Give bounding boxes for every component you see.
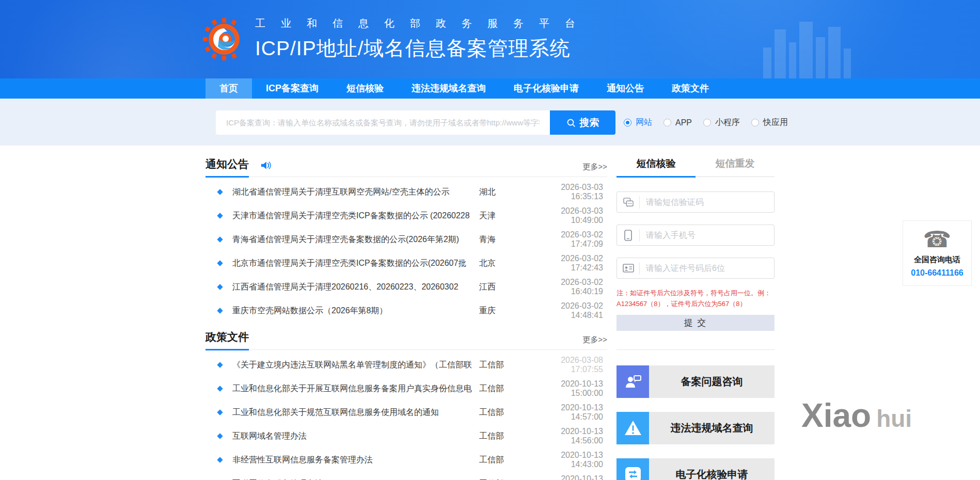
nav-item[interactable]: ICP备案查询 xyxy=(252,78,333,99)
policy-date: 2020-10-13 14:43:00 xyxy=(531,451,607,469)
notice-title-link[interactable]: 北京市通信管理局关于清理空壳类ICP备案数据的公示(202607批 xyxy=(232,258,479,269)
nav-item[interactable]: 通知公告 xyxy=(593,78,658,99)
quick-link-label: 违法违规域名查询 xyxy=(649,412,774,444)
radio-icon xyxy=(703,119,711,126)
notice-region: 青海 xyxy=(479,234,531,245)
skyline-decoration xyxy=(763,17,877,78)
notice-title-link[interactable]: 湖北省通信管理局关于清理互联网空壳网站/空壳主体的公示 xyxy=(232,187,479,198)
notice-title-link[interactable]: 重庆市空壳网站数据公示（2026年第8期） xyxy=(232,306,479,316)
quick-link-label: 电子化核验申请 xyxy=(649,458,774,480)
policy-title-link[interactable]: 工业和信息化部关于开展互联网信息服务备案用户真实身份信息电 xyxy=(232,383,479,394)
search-button[interactable]: 搜索 xyxy=(550,110,615,135)
id-last6-input[interactable] xyxy=(640,258,774,278)
tab-sms-verify[interactable]: 短信核验 xyxy=(617,157,696,178)
quick-link-illegal-domain[interactable]: 违法违规域名查询 xyxy=(617,412,774,444)
policy-date: 2020-10-13 15:00:00 xyxy=(531,379,607,398)
main-content: 通知公告 更多>> 湖北省通信管理局关于清理互联网空壳网站/空壳主体的公示 湖北 xyxy=(0,146,980,480)
search-type-radio[interactable]: 快应用 xyxy=(751,117,788,128)
watermark: Xiaohui xyxy=(801,396,912,435)
mobile-icon xyxy=(617,229,640,242)
nav-item[interactable]: 首页 xyxy=(206,78,252,99)
notice-date: 2026-03-02 14:48:41 xyxy=(531,301,607,320)
policy-title-link[interactable]: 《关于建立境内违法互联网站黑名单管理制度的通知》（工信部联 xyxy=(232,360,479,371)
nav-item[interactable]: 违法违规域名查询 xyxy=(398,78,500,99)
diamond-bullet-icon xyxy=(217,433,223,439)
policy-source: 工信部 xyxy=(479,407,531,418)
diamond-bullet-icon xyxy=(217,189,223,195)
id-card-icon xyxy=(617,262,640,275)
quick-link-consult[interactable]: 备案问题咨询 xyxy=(617,365,774,398)
search-type-radio[interactable]: 网站 xyxy=(624,117,652,128)
policy-title-link[interactable]: 工业和信息化部关于规范互联网信息服务使用域名的通知 xyxy=(232,407,479,418)
tab-sms-resend[interactable]: 短信重发 xyxy=(696,157,774,177)
icp-search-input[interactable] xyxy=(216,110,550,135)
notice-row: 北京市通信管理局关于清理空壳类ICP备案数据的公示(202607批 北京 202… xyxy=(206,251,607,275)
submit-button[interactable]: 提 交 xyxy=(617,315,774,331)
policy-title-link[interactable]: 非经营性互联网信息服务备案管理办法 xyxy=(232,455,479,466)
search-type-group: 网站 APP 小程序 快应用 xyxy=(624,117,788,128)
search-section: 搜索 网站 APP 小程序 xyxy=(0,99,980,146)
main-nav: 首页 ICP备案查询 短信核验 违法违规域名查询 电子化核验申请 通知公告 政策… xyxy=(0,78,980,99)
site-header: 工业和信息化部政务服务平台 ICP/IP地址/域名信息备案管理系统 xyxy=(0,0,980,78)
diamond-bullet-icon xyxy=(217,409,223,415)
sms-tabs: 短信核验 短信重发 xyxy=(617,157,774,177)
policies-more-link[interactable]: 更多>> xyxy=(582,335,607,349)
platform-title: 工业和信息化部政务服务平台 xyxy=(255,17,591,30)
notices-title: 通知公告 xyxy=(206,157,249,178)
warning-icon xyxy=(617,412,649,444)
nav-item[interactable]: 政策文件 xyxy=(658,78,723,99)
diamond-bullet-icon xyxy=(217,260,223,266)
search-type-radio[interactable]: APP xyxy=(663,118,692,127)
notice-row: 天津市通信管理局关于清理空壳类ICP备案数据的公示 (20260228 天津 2… xyxy=(206,204,607,228)
notice-title-link[interactable]: 青海省通信管理局关于清理空壳备案数据的公示(2026年第2期) xyxy=(232,234,479,245)
sms-icon xyxy=(617,196,640,209)
diamond-bullet-icon xyxy=(217,213,223,218)
notice-title-link[interactable]: 天津市通信管理局关于清理空壳类ICP备案数据的公示 (20260228 xyxy=(232,211,479,221)
notice-region: 北京 xyxy=(479,258,531,269)
policy-row: 工业和信息化部关于开展互联网信息服务备案用户真实身份信息电 工信部 2020-1… xyxy=(206,377,607,401)
notice-region: 江西 xyxy=(479,282,531,293)
policy-list: 《关于建立境内违法互联网站黑名单管理制度的通知》（工信部联 工信部 2026-0… xyxy=(206,350,607,480)
policies-header: 政策文件 更多>> xyxy=(206,330,607,350)
watermark-text-1: Xiao xyxy=(801,397,871,434)
notices-more-link[interactable]: 更多>> xyxy=(582,162,607,177)
policy-source: 工信部 xyxy=(479,455,531,466)
policy-title-link[interactable]: 互联网信息服务管理办法 xyxy=(232,478,479,480)
id-number-field xyxy=(617,258,774,279)
policy-date: 2020-10-13 14:43:00 xyxy=(531,474,607,480)
mobile-number-input[interactable] xyxy=(640,225,774,245)
telephone-icon: ☎ xyxy=(903,228,971,251)
notice-region: 湖北 xyxy=(479,187,531,198)
notice-row: 重庆市空壳网站数据公示（2026年第8期） 重庆 2026-03-02 14:4… xyxy=(206,299,607,323)
notices-header: 通知公告 更多>> xyxy=(206,157,607,177)
policy-date: 2020-10-13 14:57:00 xyxy=(531,403,607,422)
notice-date: 2026-03-02 16:40:19 xyxy=(531,278,607,296)
notice-date: 2026-03-02 17:47:09 xyxy=(531,230,607,249)
nav-item[interactable]: 短信核验 xyxy=(333,78,398,99)
policies-title: 政策文件 xyxy=(206,330,249,350)
contact-box: ☎ 全国咨询电话 010-66411166 xyxy=(903,220,972,286)
transfer-icon xyxy=(617,458,649,480)
radio-icon xyxy=(663,119,671,126)
notice-row: 青海省通信管理局关于清理空壳备案数据的公示(2026年第2期) 青海 2026-… xyxy=(206,228,607,251)
notice-date: 2026-03-03 10:49:00 xyxy=(531,206,607,225)
policy-row: 互联网域名管理办法 工信部 2020-10-13 14:56:00 xyxy=(206,424,607,448)
search-type-radio[interactable]: 小程序 xyxy=(703,117,740,128)
notice-list: 湖北省通信管理局关于清理互联网空壳网站/空壳主体的公示 湖北 2026-03-0… xyxy=(206,177,607,323)
diamond-bullet-icon xyxy=(217,236,223,242)
sms-code-field xyxy=(617,191,774,213)
diamond-bullet-icon xyxy=(217,308,223,313)
quick-link-e-verify[interactable]: 电子化核验申请 xyxy=(617,458,774,480)
notice-title-link[interactable]: 江西省通信管理局关于清理20260216、20260223、20260302 xyxy=(232,282,479,293)
contact-label: 全国咨询电话 xyxy=(903,255,971,265)
policy-title-link[interactable]: 互联网域名管理办法 xyxy=(232,431,479,442)
notice-date: 2026-03-03 16:35:13 xyxy=(531,183,607,201)
search-button-label: 搜索 xyxy=(580,116,599,130)
sms-code-input[interactable] xyxy=(640,192,774,212)
search-icon xyxy=(566,118,576,127)
notice-region: 重庆 xyxy=(479,306,531,316)
diamond-bullet-icon xyxy=(217,362,223,367)
nav-item[interactable]: 电子化核验申请 xyxy=(500,78,593,99)
policy-date: 2026-03-08 17:07:55 xyxy=(531,356,607,374)
policy-source: 工信部 xyxy=(479,431,531,442)
